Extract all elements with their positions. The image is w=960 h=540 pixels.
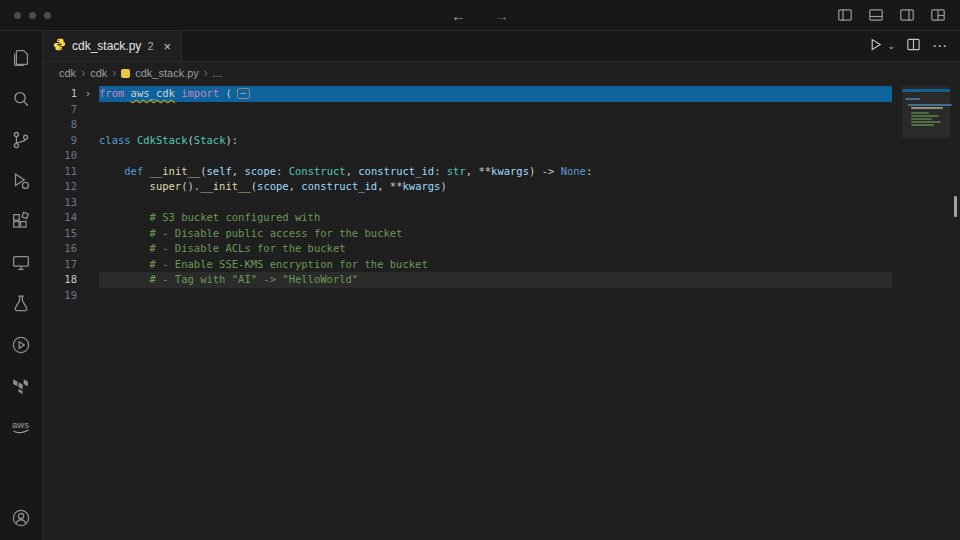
fold-gutter (77, 226, 99, 242)
breadcrumb-item[interactable]: cdk (59, 67, 76, 79)
code-text[interactable]: def __init__(self, scope: Construct, con… (99, 164, 892, 180)
tab-badge: 2 (147, 40, 153, 52)
line-number[interactable]: 14 (43, 210, 77, 226)
aws-toolkit-icon[interactable]: aws (0, 406, 42, 447)
run-dropdown-caret-icon[interactable]: ⌄ (887, 41, 895, 51)
minimap-line (908, 104, 952, 106)
code-line[interactable]: 19 (43, 288, 892, 304)
breadcrumb-item[interactable]: cdk_stack.py (135, 67, 199, 79)
breadcrumb-item[interactable]: cdk (90, 67, 107, 79)
fold-chevron-icon[interactable]: › (77, 86, 99, 102)
minimap-line (911, 115, 939, 117)
code-text[interactable]: super().__init__(scope, construct_id, **… (99, 179, 892, 195)
python-file-icon (53, 38, 66, 54)
code-line[interactable]: 12 super().__init__(scope, construct_id,… (43, 179, 892, 195)
history-nav: ← → (451, 7, 509, 24)
fold-gutter (77, 148, 99, 164)
toggle-panel-icon[interactable] (868, 7, 884, 23)
window-controls[interactable] (14, 12, 51, 19)
line-number[interactable]: 12 (43, 179, 77, 195)
code-line[interactable]: 8 (43, 117, 892, 133)
line-number[interactable]: 10 (43, 148, 77, 164)
split-editor-icon[interactable] (906, 37, 921, 56)
source-control-icon[interactable] (0, 119, 42, 160)
tab-cdk-stack-py[interactable]: cdk_stack.py 2 × (43, 31, 182, 61)
line-number[interactable]: 19 (43, 288, 77, 304)
code-text[interactable]: # - Disable ACLs for the bucket (99, 241, 892, 257)
window-dot-icon[interactable] (14, 12, 21, 19)
minimap-selection (902, 89, 950, 92)
line-number[interactable]: 11 (43, 164, 77, 180)
code-text[interactable] (99, 195, 892, 211)
code-text[interactable]: # - Disable public access for the bucket (99, 226, 892, 242)
line-number[interactable]: 9 (43, 133, 77, 149)
customize-layout-icon[interactable] (930, 7, 946, 23)
run-circle-icon[interactable] (0, 324, 42, 365)
line-number[interactable]: 13 (43, 195, 77, 211)
code-line[interactable]: 16 # - Disable ACLs for the bucket (43, 241, 892, 257)
line-number[interactable]: 7 (43, 102, 77, 118)
line-number[interactable]: 17 (43, 257, 77, 273)
window-dot-icon[interactable] (29, 12, 36, 19)
line-number[interactable]: 18 (43, 272, 77, 288)
code-text[interactable] (99, 117, 892, 133)
toggle-secondary-sidebar-icon[interactable] (899, 7, 915, 23)
minimap[interactable] (902, 86, 950, 196)
fold-gutter (77, 257, 99, 273)
editor-more-actions-icon[interactable]: ⋯ (932, 37, 948, 55)
svg-text:aws: aws (12, 419, 29, 430)
fold-gutter (77, 210, 99, 226)
breadcrumb-separator-icon: › (81, 66, 85, 80)
code-line[interactable]: 7 (43, 102, 892, 118)
forward-icon[interactable]: → (494, 7, 509, 24)
code-text[interactable]: from aws_cdk import (⋯ (99, 86, 892, 102)
tab-label: cdk_stack.py (72, 39, 141, 53)
code-text[interactable]: # S3 bucket configured with (99, 210, 892, 226)
breadcrumb-separator-icon: › (112, 66, 116, 80)
fold-gutter (77, 102, 99, 118)
code-text[interactable]: # - Tag with "AI" -> "HelloWorld" (99, 272, 892, 288)
breadcrumb-item[interactable]: ... (213, 67, 222, 79)
code-text[interactable] (99, 148, 892, 164)
line-number[interactable]: 1 (43, 86, 77, 102)
run-and-debug-icon[interactable] (0, 160, 42, 201)
minimap-line (911, 124, 934, 126)
code-line[interactable]: 15 # - Disable public access for the buc… (43, 226, 892, 242)
explorer-icon[interactable] (0, 37, 42, 78)
code-line[interactable]: 9class CdkStack(Stack): (43, 133, 892, 149)
code-text[interactable]: # - Enable SSE-KMS encryption for the bu… (99, 257, 892, 273)
code-line[interactable]: 18 # - Tag with "AI" -> "HelloWorld" (43, 272, 892, 288)
breadcrumb-separator-icon: › (204, 66, 208, 80)
activity-bar: aws (0, 31, 43, 540)
extensions-icon[interactable] (0, 201, 42, 242)
code-line[interactable]: 13 (43, 195, 892, 211)
close-tab-icon[interactable]: × (164, 39, 172, 54)
code-line[interactable]: 14 # S3 bucket configured with (43, 210, 892, 226)
remote-explorer-icon[interactable] (0, 242, 42, 283)
account-icon[interactable] (0, 497, 42, 538)
code-text[interactable] (99, 102, 892, 118)
fold-gutter (77, 164, 99, 180)
code-text[interactable]: class CdkStack(Stack): (99, 133, 892, 149)
folded-code-badge[interactable]: ⋯ (237, 88, 250, 99)
tab-bar: cdk_stack.py 2 × ⌄ ⋯ (43, 31, 960, 62)
line-number[interactable]: 15 (43, 226, 77, 242)
code-line[interactable]: 10 (43, 148, 892, 164)
line-number[interactable]: 8 (43, 117, 77, 133)
editor[interactable]: 1›from aws_cdk import (⋯789class CdkStac… (43, 84, 960, 540)
toggle-primary-sidebar-icon[interactable] (837, 7, 853, 23)
terraform-icon[interactable] (0, 365, 42, 406)
code-line[interactable]: 17 # - Enable SSE-KMS encryption for the… (43, 257, 892, 273)
title-bar: ← → (0, 0, 960, 31)
window-dot-icon[interactable] (44, 12, 51, 19)
fold-gutter (77, 241, 99, 257)
line-number[interactable]: 16 (43, 241, 77, 257)
search-icon[interactable] (0, 78, 42, 119)
back-icon[interactable]: ← (451, 7, 466, 24)
run-python-file-icon[interactable] (868, 37, 883, 56)
code-line[interactable]: 1›from aws_cdk import (⋯ (43, 86, 892, 102)
testing-beaker-icon[interactable] (0, 283, 42, 324)
fold-gutter (77, 195, 99, 211)
code-text[interactable] (99, 288, 892, 304)
code-line[interactable]: 11 def __init__(self, scope: Construct, … (43, 164, 892, 180)
